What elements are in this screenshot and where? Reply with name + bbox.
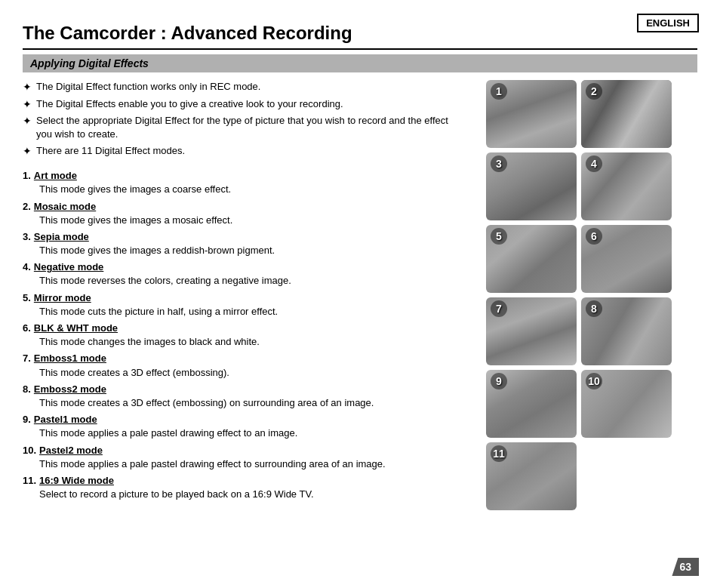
image-cell-1: 1 (486, 80, 577, 148)
mode-desc-4: This mode reverses the colors, creating … (39, 274, 463, 288)
mode-title-6: BLK & WHT mode (34, 322, 118, 335)
bullet-text-3: Select the appropriate Digital Effect fo… (36, 114, 463, 141)
mode-title-11: 16:9 Wide mode (39, 474, 114, 488)
bullet-text-4: There are 11 Digital Effect modes. (36, 144, 185, 158)
mode-8: 8. Emboss2 mode This mode creates a 3D e… (23, 383, 463, 410)
image-cell-8: 8 (581, 297, 672, 365)
image-number-9: 9 (491, 373, 507, 389)
mode-desc-7: This mode creates a 3D effect (embossing… (39, 366, 463, 380)
image-cell-7: 7 (486, 297, 577, 365)
right-content: 1 2 3 4 5 (486, 80, 697, 510)
mode-desc-9: This mode applies a pale pastel drawing … (39, 426, 463, 440)
image-cell-5: 5 (486, 225, 577, 293)
image-number-8: 8 (586, 300, 602, 317)
mode-title-9: Pastel1 mode (34, 413, 97, 426)
bullet-cross-3: ✦ (23, 114, 32, 129)
mode-desc-3: This mode gives the images a reddish-bro… (39, 244, 463, 257)
image-cell-4: 4 (581, 152, 672, 220)
mode-number-2: 2. (23, 200, 31, 214)
bullet-1: ✦ The Digital Effect function works only… (23, 80, 463, 95)
mode-4: 4. Negative mode This mode reverses the … (23, 260, 463, 288)
mode-title-10: Pastel2 mode (39, 444, 103, 457)
bullet-text-1: The Digital Effect function works only i… (36, 80, 260, 94)
page-title: The Camcorder : Advanced Recording (23, 23, 697, 50)
mode-title-2: Mosaic mode (34, 200, 96, 214)
image-cell-2: 2 (581, 80, 672, 148)
image-number-5: 5 (491, 228, 507, 245)
image-cell-6: 6 (581, 225, 672, 293)
bullet-text-2: The Digital Effects enable you to give a… (36, 97, 343, 111)
section-header: Applying Digital Effects (23, 54, 697, 72)
image-cell-11: 11 (486, 442, 577, 510)
image-cell-3: 3 (486, 152, 577, 220)
bullet-cross-1: ✦ (23, 80, 32, 95)
mode-2: 2. Mosaic mode This mode gives the image… (23, 200, 463, 227)
mode-number-5: 5. (23, 291, 31, 305)
mode-3: 3. Sepia mode This mode gives the images… (23, 230, 463, 257)
bullet-3: ✦ Select the appropriate Digital Effect … (23, 114, 463, 141)
image-number-4: 4 (586, 155, 602, 172)
mode-desc-11: Select to record a picture to be played … (39, 488, 463, 501)
mode-9: 9. Pastel1 mode This mode applies a pale… (23, 413, 463, 440)
image-number-2: 2 (586, 83, 602, 100)
page-number: 63 (672, 558, 699, 576)
mode-title-4: Negative mode (34, 260, 103, 274)
image-number-1: 1 (491, 83, 507, 100)
mode-10: 10. Pastel2 mode This mode applies a pal… (23, 444, 463, 471)
image-number-10: 10 (586, 373, 602, 389)
mode-number-1: 1. (23, 169, 31, 183)
bullet-2: ✦ The Digital Effects enable you to give… (23, 97, 463, 112)
mode-desc-2: This mode gives the images a mosaic effe… (39, 214, 463, 227)
image-cell-9: 9 (486, 370, 577, 438)
mode-number-6: 6. (23, 322, 31, 335)
mode-list: 1. Art mode This mode gives the images a… (23, 169, 463, 501)
left-content: ✦ The Digital Effect function works only… (23, 80, 471, 510)
mode-number-8: 8. (23, 383, 31, 396)
mode-11: 11. 16:9 Wide mode Select to record a pi… (23, 474, 463, 501)
mode-desc-6: This mode changes the images to black an… (39, 335, 463, 349)
mode-number-4: 4. (23, 260, 31, 274)
image-number-3: 3 (491, 155, 507, 172)
image-cell-10: 10 (581, 370, 672, 438)
mode-desc-8: This mode creates a 3D effect (embossing… (39, 396, 463, 410)
bullet-4: ✦ There are 11 Digital Effect modes. (23, 144, 463, 159)
bullet-cross-2: ✦ (23, 97, 32, 112)
mode-desc-5: This mode cuts the picture in half, usin… (39, 305, 463, 319)
image-number-11: 11 (491, 445, 507, 462)
mode-number-3: 3. (23, 230, 31, 244)
content-area: ✦ The Digital Effect function works only… (23, 80, 697, 510)
mode-title-7: Emboss1 mode (34, 352, 106, 365)
mode-number-10: 10. (23, 444, 36, 457)
mode-desc-10: This mode applies a pale pastel drawing … (39, 457, 463, 471)
mode-title-8: Emboss2 mode (34, 383, 106, 396)
page-container: ENGLISH The Camcorder : Advanced Recordi… (0, 0, 720, 588)
image-number-7: 7 (491, 300, 507, 317)
bullets-list: ✦ The Digital Effect function works only… (23, 80, 463, 159)
mode-title-5: Mirror mode (34, 291, 91, 305)
mode-number-9: 9. (23, 413, 31, 426)
mode-title-1: Art mode (34, 169, 77, 183)
mode-number-11: 11. (23, 474, 36, 488)
bullet-cross-4: ✦ (23, 144, 32, 159)
image-number-6: 6 (586, 228, 602, 245)
mode-7: 7. Emboss1 mode This mode creates a 3D e… (23, 352, 463, 379)
mode-title-3: Sepia mode (34, 230, 89, 244)
mode-5: 5. Mirror mode This mode cuts the pictur… (23, 291, 463, 319)
mode-6: 6. BLK & WHT mode This mode changes the … (23, 322, 463, 349)
mode-1: 1. Art mode This mode gives the images a… (23, 169, 463, 196)
english-badge: ENGLISH (637, 14, 699, 32)
mode-number-7: 7. (23, 352, 31, 365)
mode-desc-1: This mode gives the images a coarse effe… (39, 183, 463, 196)
image-grid: 1 2 3 4 5 (486, 80, 697, 510)
